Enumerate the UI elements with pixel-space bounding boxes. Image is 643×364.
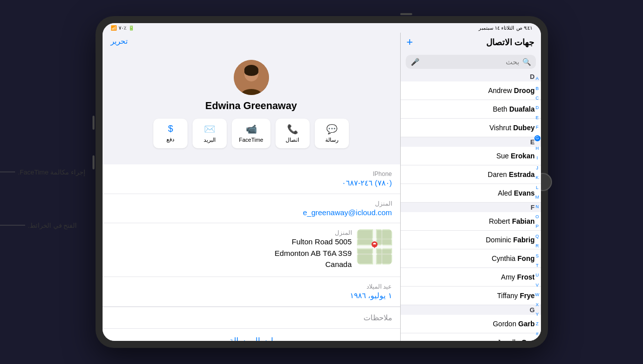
contact-detail-panel: تحرير — [103, 33, 400, 341]
birthday-row: عيد الميلاد ١ يوليو، ١٩٨٦ — [103, 277, 400, 307]
alpha-a[interactable]: A — [535, 76, 538, 81]
status-date: الثلاثاء ١٤ سبتمبر — [479, 25, 514, 31]
edit-button[interactable]: تحرير — [111, 37, 128, 46]
alpha-u[interactable]: U — [535, 273, 539, 278]
list-item[interactable]: Sue Erokan — [401, 147, 541, 165]
message-button[interactable]: 💬 رسالة — [315, 119, 349, 148]
mail-button[interactable]: ✉️ البريد — [193, 119, 227, 148]
alpha-s[interactable]: S — [535, 254, 538, 258]
list-item[interactable]: Beth Duafala — [401, 100, 541, 119]
contacts-scroll[interactable]: A B C D E F G H I J K L M — [401, 72, 541, 341]
pay-button[interactable]: $ دفع — [153, 119, 188, 148]
address-line1: 5005 Fulton Road — [292, 237, 351, 246]
pay-label: دفع — [166, 136, 174, 143]
alpha-g[interactable]: G — [534, 135, 540, 141]
svg-rect-12 — [377, 230, 391, 244]
map-thumbnail[interactable] — [357, 229, 392, 264]
status-right: ٩:٤١ ص الثلاثاء ١٤ سبتمبر — [479, 25, 532, 31]
search-input[interactable] — [422, 58, 519, 66]
search-bar: 🔍 🎤 — [406, 55, 536, 69]
volume-down-button — [93, 155, 95, 169]
alpha-m[interactable]: M — [535, 195, 539, 200]
contact-name: Edwina Greenaway — [205, 100, 297, 112]
detail-header: تحرير — [103, 33, 400, 50]
facetime-label: FaceTime — [239, 137, 263, 143]
send-message-button[interactable]: إرسال رسالة — [103, 328, 400, 341]
address-value: 5005 Fulton Road Edmonton AB T6A 3S9 Can… — [111, 236, 352, 270]
status-time: ٩:٤١ ص — [516, 25, 533, 31]
main-area: تحرير — [103, 33, 541, 341]
add-contact-button[interactable]: + — [407, 37, 413, 48]
alpha-y[interactable]: Y — [535, 312, 538, 317]
call-icon: 📞 — [287, 124, 298, 135]
alpha-v[interactable]: V — [535, 283, 538, 288]
svg-rect-13 — [358, 249, 372, 263]
address-text: المنزل 5005 Fulton Road Edmonton AB T6A … — [111, 229, 352, 270]
list-item[interactable]: Andrew Droog — [401, 81, 541, 100]
list-item[interactable]: Robert Fabian — [401, 212, 541, 231]
list-item[interactable]: Janelle Gee — [401, 333, 541, 341]
alpha-e[interactable]: E — [535, 116, 538, 120]
list-item[interactable]: Daren Estrada — [401, 165, 541, 184]
contact-info-section: Edwina Greenaway 💬 رسالة 📞 اتصال — [103, 50, 400, 164]
facetime-button[interactable]: 📹 FaceTime — [232, 119, 270, 148]
maps-annotation-text: الفتح في الخرائط. — [28, 221, 77, 229]
address-row: المنزل 5005 Fulton Road Edmonton AB T6A … — [103, 223, 400, 277]
address-label: المنزل — [111, 229, 352, 236]
list-item[interactable]: Gordon Garb — [401, 315, 541, 333]
section-f-header: F — [401, 203, 541, 212]
phone-label: IPhone — [111, 170, 392, 177]
mic-icon[interactable]: 🎤 — [411, 58, 419, 66]
alpha-j[interactable]: J — [536, 166, 538, 170]
status-bar: ٩:٤١ ص الثلاثاء ١٤ سبتمبر 🔋 ٧۰٪ 📶 — [103, 23, 541, 33]
alpha-k[interactable]: K — [535, 175, 538, 180]
alpha-z[interactable]: Z — [536, 322, 539, 326]
alpha-c[interactable]: C — [535, 96, 539, 101]
volume-up-button — [93, 116, 95, 130]
facetime-annotation-text: إجراء مكالمة FaceTime. — [18, 168, 85, 176]
maps-annotation: الفتح في الخرائط. — [0, 221, 77, 229]
mail-icon: ✉️ — [204, 124, 215, 135]
section-g-header: G — [401, 305, 541, 315]
list-item[interactable]: Amy Frost — [401, 268, 541, 287]
email-value[interactable]: e_greenaway@icloud.com — [111, 208, 392, 217]
alpha-h[interactable]: H — [535, 146, 539, 151]
alpha-q[interactable]: Q — [535, 234, 539, 239]
email-row: المنزل e_greenaway@icloud.com — [103, 194, 400, 223]
list-item[interactable]: Vishrut Dubey — [401, 119, 541, 137]
list-item[interactable]: Cynthia Fong — [401, 249, 541, 268]
svg-rect-11 — [358, 230, 372, 244]
alpha-index: A B C D E F G H I J K L M — [534, 72, 541, 341]
alpha-f[interactable]: F — [536, 125, 539, 130]
alpha-hash[interactable]: # — [536, 332, 538, 336]
alpha-b[interactable]: B — [535, 86, 538, 91]
section-d-header: D — [401, 72, 541, 81]
alpha-d[interactable]: D — [535, 106, 539, 110]
battery-level: ٧۰٪ — [119, 25, 126, 31]
pay-icon: $ — [168, 124, 173, 134]
address-line2: Edmonton AB T6A 3S9 — [274, 249, 351, 257]
list-item[interactable]: Dominic Fabrig — [401, 231, 541, 249]
contacts-header: جهات الاتصال + — [401, 33, 541, 52]
status-left: 🔋 ٧۰٪ 📶 — [111, 25, 134, 31]
alpha-n[interactable]: N — [535, 205, 539, 209]
call-label: اتصال — [286, 137, 299, 143]
list-item[interactable]: Tiffany Frye — [401, 287, 541, 305]
alpha-t[interactable]: T — [536, 263, 539, 268]
alpha-l[interactable]: L — [536, 186, 538, 190]
alpha-p[interactable]: P — [535, 224, 538, 229]
section-e-header: E — [401, 137, 541, 147]
alpha-w[interactable]: W — [535, 293, 539, 297]
call-button[interactable]: 📞 اتصال — [275, 119, 310, 148]
alpha-x[interactable]: X — [535, 303, 538, 307]
mail-label: البريد — [204, 137, 216, 143]
alpha-i[interactable]: I — [536, 156, 538, 160]
search-icon: 🔍 — [522, 58, 531, 66]
birthday-label: عيد الميلاد — [111, 283, 392, 290]
alpha-o[interactable]: O — [535, 215, 539, 219]
contacts-title: جهات الاتصال — [486, 37, 535, 48]
list-item[interactable]: Aled Evans — [401, 184, 541, 203]
alpha-r[interactable]: R — [535, 244, 539, 248]
phone-value[interactable]: (۷۸۰) ۲٤٦-۰٦۸۷ — [111, 178, 392, 188]
action-buttons: 💬 رسالة 📞 اتصال 📹 FaceTime — [145, 119, 357, 156]
